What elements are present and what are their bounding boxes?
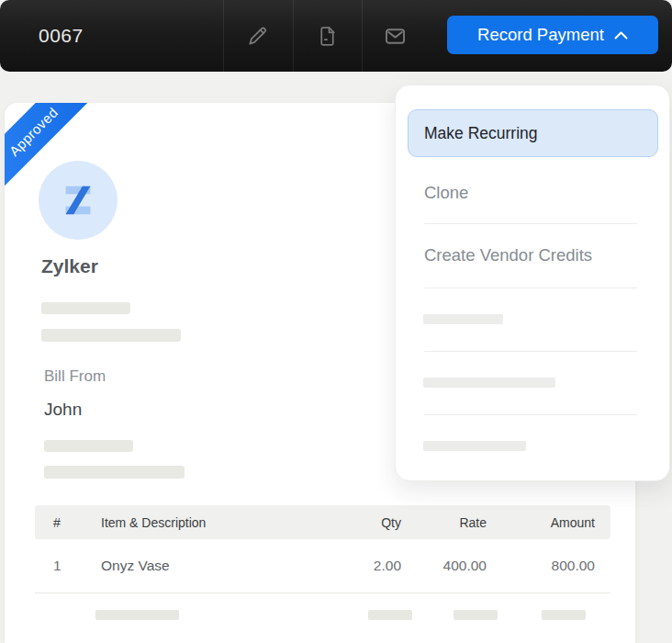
toolbar-divider bbox=[293, 0, 294, 72]
bill-detail-page: 0067 Record Payment bbox=[0, 0, 672, 643]
menu-item-placeholder[interactable] bbox=[423, 378, 555, 388]
document-button[interactable] bbox=[307, 16, 347, 56]
line-items-table: # Item & Description Qty Rate Amount 1 O… bbox=[35, 505, 610, 637]
menu-item-placeholder[interactable] bbox=[423, 314, 503, 324]
menu-item-create-vendor-credits[interactable]: Create Vendor Credits bbox=[424, 245, 592, 265]
row-rate: 400.00 bbox=[417, 558, 502, 574]
mail-button[interactable] bbox=[375, 16, 415, 56]
placeholder-bar bbox=[454, 610, 498, 620]
table-placeholder-row bbox=[35, 593, 610, 637]
menu-item-make-recurring[interactable]: Make Recurring bbox=[408, 109, 658, 157]
record-payment-label: Record Payment bbox=[477, 25, 604, 45]
toolbar-divider bbox=[362, 0, 363, 72]
row-amount: 800.00 bbox=[502, 558, 610, 574]
bill-from-label: Bill From bbox=[44, 367, 106, 386]
menu-item-clone[interactable]: Clone bbox=[424, 183, 468, 203]
edit-button[interactable] bbox=[238, 16, 278, 56]
row-item-name: Onyz Vase bbox=[75, 558, 334, 574]
placeholder-bar bbox=[542, 610, 586, 620]
mail-icon bbox=[383, 24, 408, 49]
col-header-number: # bbox=[35, 515, 75, 530]
vendor-name: John bbox=[44, 400, 82, 420]
org-name: Zylker bbox=[41, 255, 98, 277]
vendor-address-placeholder-line bbox=[44, 466, 185, 479]
row-qty: 2.00 bbox=[334, 558, 417, 574]
table-header-row: # Item & Description Qty Rate Amount bbox=[35, 505, 610, 539]
menu-divider bbox=[424, 288, 637, 288]
vendor-address-placeholder-line bbox=[44, 440, 133, 452]
record-payment-menu: Make Recurring Clone Create Vendor Credi… bbox=[395, 85, 670, 481]
bill-toolbar: 0067 Record Payment bbox=[0, 0, 672, 72]
address-placeholder-line bbox=[41, 302, 130, 314]
toolbar-divider bbox=[223, 0, 224, 72]
row-number: 1 bbox=[35, 558, 75, 574]
org-logo bbox=[39, 161, 118, 240]
document-icon bbox=[316, 25, 339, 48]
menu-divider bbox=[424, 223, 637, 224]
menu-divider bbox=[424, 351, 637, 352]
zylker-z-icon bbox=[57, 179, 99, 221]
bill-number: 0067 bbox=[39, 0, 84, 72]
menu-item-placeholder[interactable] bbox=[423, 441, 526, 451]
menu-divider bbox=[424, 414, 637, 415]
address-placeholder-line bbox=[41, 329, 181, 342]
col-header-qty: Qty bbox=[334, 515, 417, 530]
col-header-item: Item & Description bbox=[75, 515, 334, 530]
edit-icon bbox=[246, 24, 270, 48]
col-header-amount: Amount bbox=[502, 515, 610, 530]
menu-item-label: Make Recurring bbox=[424, 124, 538, 143]
table-row: 1 Onyz Vase 2.00 400.00 800.00 bbox=[35, 539, 610, 592]
chevron-up-icon bbox=[614, 31, 628, 39]
col-header-rate: Rate bbox=[417, 515, 502, 530]
placeholder-bar bbox=[95, 610, 179, 620]
placeholder-bar bbox=[368, 610, 412, 620]
record-payment-button[interactable]: Record Payment bbox=[447, 16, 658, 54]
